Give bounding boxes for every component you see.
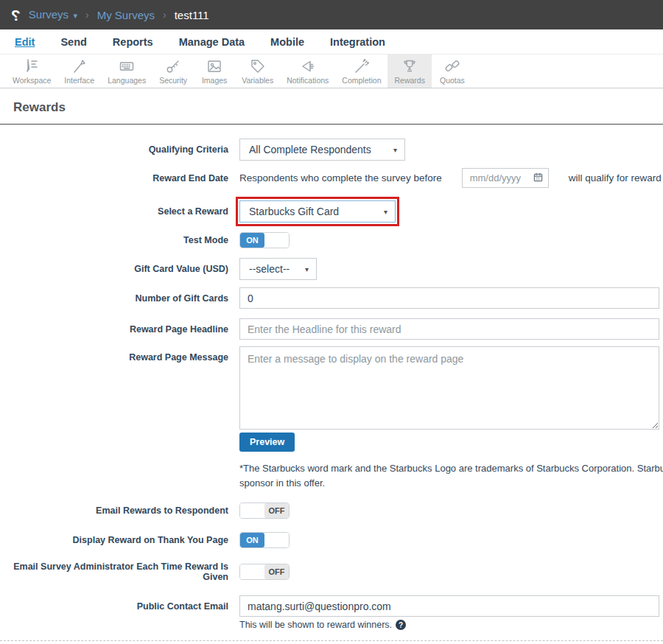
breadcrumb-surveys-label[interactable]: Surveys xyxy=(29,8,69,21)
nav-tab-send[interactable]: Send xyxy=(60,36,86,48)
rewards-form: Qualifying Criteria All Complete Respond… xyxy=(0,125,663,644)
edit-toolbar: Workspace Interface Languages Security xyxy=(0,55,663,88)
toolbar-item-label: Completion xyxy=(342,76,381,85)
starbucks-disclaimer: *The Starbucks word mark and the Starbuc… xyxy=(239,461,663,491)
toggle-on-label: ON xyxy=(240,533,264,547)
calendar-icon[interactable] xyxy=(533,172,543,185)
languages-keyboard-icon xyxy=(118,57,136,75)
end-date-suffix-text: will qualify for reward xyxy=(569,172,662,183)
toolbar-item-images[interactable]: Images xyxy=(194,55,235,88)
variables-tag-icon xyxy=(249,57,267,75)
select-reward-select[interactable]: Starbucks Gift Card ▾ xyxy=(239,200,396,223)
breadcrumb-my-surveys[interactable]: My Surveys xyxy=(97,9,155,21)
public-email-row: Public Contact Email xyxy=(0,595,663,617)
qualifying-criteria-select[interactable]: All Complete Respondents ▾ xyxy=(239,139,405,161)
nav-tab-manage-data[interactable]: Manage Data xyxy=(179,36,245,48)
toolbar-item-completion[interactable]: Completion xyxy=(335,55,387,88)
email-admin-toggle[interactable]: OFF xyxy=(239,564,290,580)
interface-brush-icon xyxy=(71,57,88,75)
toolbar-item-label: Images xyxy=(202,76,227,85)
toggle-on-label: ON xyxy=(240,233,264,248)
toolbar-item-label: Variables xyxy=(242,76,273,85)
test-mode-label: Test Mode xyxy=(0,235,228,245)
quotas-links-icon xyxy=(443,57,461,75)
reward-headline-input[interactable] xyxy=(239,318,659,340)
help-question-icon[interactable]: ? xyxy=(396,620,406,630)
toolbar-item-interface[interactable]: Interface xyxy=(57,55,101,88)
public-email-help: This will be shown to reward winners. ? xyxy=(239,620,663,630)
workspace-pencil-list-icon xyxy=(23,57,41,75)
toolbar-item-label: Languages xyxy=(108,76,146,85)
gift-card-value-label: Gift Card Value (USD) xyxy=(0,264,228,274)
qualifying-criteria-label: Qualifying Criteria xyxy=(0,144,228,155)
select-reward-label: Select a Reward xyxy=(0,206,228,217)
end-date-input[interactable] xyxy=(470,172,533,183)
toolbar-item-quotas[interactable]: Quotas xyxy=(432,55,473,88)
preview-button[interactable]: Preview xyxy=(239,433,295,452)
public-email-input[interactable] xyxy=(239,595,659,617)
public-email-label: Public Contact Email xyxy=(0,601,228,612)
gift-card-value-select[interactable]: --select-- ▾ xyxy=(239,258,317,280)
toggle-knob xyxy=(240,564,264,579)
email-admin-row: Email Survey Administrator Each Time Rew… xyxy=(0,561,663,582)
toolbar-item-notifications[interactable]: Notifications xyxy=(280,55,335,88)
qualifying-criteria-value: All Complete Respondents xyxy=(249,144,371,155)
toolbar-item-label: Notifications xyxy=(287,76,329,85)
display-reward-toggle[interactable]: ON xyxy=(239,532,290,548)
toolbar-item-label: Quotas xyxy=(440,76,465,85)
number-gift-cards-label: Number of Gift Cards xyxy=(0,293,228,304)
disclaimer-line2: sponsor in this offer. xyxy=(239,477,325,489)
reward-headline-row: Reward Page Headline xyxy=(0,318,663,340)
chevron-down-icon: ▾ xyxy=(73,11,77,20)
bottom-dashed-divider xyxy=(0,640,663,641)
toggle-off-label: OFF xyxy=(264,564,289,579)
email-rewards-toggle[interactable]: OFF xyxy=(239,503,290,519)
qualifying-criteria-row: Qualifying Criteria All Complete Respond… xyxy=(0,139,663,161)
select-reward-value: Starbucks Gift Card xyxy=(249,206,339,217)
gift-card-value-value: --select-- xyxy=(249,263,290,275)
nav-tab-reports[interactable]: Reports xyxy=(113,36,153,48)
breadcrumb-separator-icon: › xyxy=(163,9,166,21)
breadcrumb-surveys[interactable]: Surveys ▾ xyxy=(29,8,77,21)
nav-tab-integration[interactable]: Integration xyxy=(330,36,385,48)
reward-end-date-label: Reward End Date xyxy=(0,173,228,183)
main-nav: Edit Send Reports Manage Data Mobile Int… xyxy=(0,29,663,55)
images-picture-icon xyxy=(206,57,223,75)
topbar: ? Surveys ▾ › My Surveys › test111 xyxy=(0,0,663,29)
public-email-help-text: This will be shown to reward winners. xyxy=(239,620,392,630)
rewards-trophy-icon xyxy=(401,57,418,75)
test-mode-toggle[interactable]: ON xyxy=(239,232,290,248)
red-highlight-box: Starbucks Gift Card ▾ xyxy=(236,197,399,226)
page-head: Rewards xyxy=(0,88,663,124)
security-key-icon xyxy=(164,57,182,75)
nav-tab-edit[interactable]: Edit xyxy=(15,36,35,48)
toolbar-item-label: Workspace xyxy=(13,76,51,85)
toolbar-item-label: Rewards xyxy=(394,76,424,85)
reward-end-date-row: Reward End Date Respondents who complete… xyxy=(0,168,663,188)
nav-tab-mobile[interactable]: Mobile xyxy=(270,36,304,48)
toolbar-item-label: Interface xyxy=(64,76,94,85)
breadcrumb-current-survey: test111 xyxy=(175,9,209,21)
chevron-down-icon: ▾ xyxy=(305,265,309,273)
test-mode-row: Test Mode ON xyxy=(0,232,663,248)
toggle-knob xyxy=(264,233,289,248)
questionpro-logo-icon[interactable]: ? xyxy=(11,7,21,23)
reward-message-label: Reward Page Message xyxy=(0,346,228,363)
display-reward-label: Display Reward on Thank You Page xyxy=(0,535,228,545)
disclaimer-line1: *The Starbucks word mark and the Starbuc… xyxy=(239,461,663,476)
number-gift-cards-input[interactable] xyxy=(239,287,659,309)
email-rewards-label: Email Rewards to Respondent xyxy=(0,505,228,516)
completion-wand-icon xyxy=(353,57,371,75)
reward-message-textarea[interactable] xyxy=(239,346,659,430)
page-title: Rewards xyxy=(13,100,650,115)
breadcrumb-separator-icon: › xyxy=(85,9,89,21)
toolbar-item-languages[interactable]: Languages xyxy=(101,55,152,88)
toolbar-item-workspace[interactable]: Workspace xyxy=(6,55,57,88)
toolbar-item-security[interactable]: Security xyxy=(152,55,194,88)
display-reward-row: Display Reward on Thank You Page ON xyxy=(0,532,663,548)
toolbar-item-variables[interactable]: Variables xyxy=(235,55,280,88)
select-reward-row: Select a Reward Starbucks Gift Card ▾ xyxy=(0,197,663,226)
preview-row: Preview xyxy=(0,433,663,452)
email-admin-label: Email Survey Administrator Each Time Rew… xyxy=(0,561,228,582)
toolbar-item-rewards[interactable]: Rewards xyxy=(387,55,431,88)
